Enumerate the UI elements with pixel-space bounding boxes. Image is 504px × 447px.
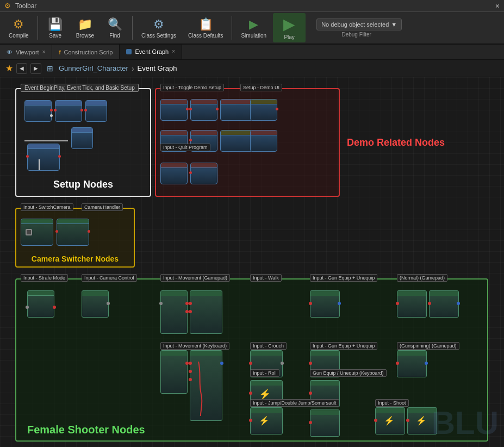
- setup-tag: Event BeginPlay, Event Tick, and Basic S…: [21, 84, 139, 92]
- mini-node-3: [85, 100, 107, 122]
- mini-node-4: [71, 127, 93, 149]
- browse-label: Browse: [76, 33, 94, 39]
- shooter-nodes-group: Input - Strafe Mode Input - Camera Contr…: [15, 278, 488, 442]
- toolbar: Compile Save Browse Find Class Settings …: [0, 12, 504, 45]
- debug-dropdown[interactable]: No debug object selected ▼: [316, 18, 402, 30]
- class-settings-button[interactable]: Class Settings: [136, 13, 182, 42]
- viewport-tab-icon: 👁: [7, 49, 13, 55]
- toolbar-sep-3: [232, 16, 232, 40]
- find-label: Find: [109, 33, 120, 39]
- demo-quit-tag: Input - Quit Program: [160, 144, 210, 151]
- tab-viewport[interactable]: 👁 Viewport ×: [0, 45, 52, 59]
- demo-mini-1: [160, 99, 188, 121]
- demo-nodes-label: Demo Related Nodes: [347, 137, 445, 148]
- demo-mini-8: [250, 130, 277, 152]
- construction-tab-icon: f: [59, 49, 60, 55]
- strafe-tag: Input - Strafe Mode: [21, 274, 68, 282]
- demo-tag-2: Setup - Demo UI: [240, 84, 282, 91]
- cam-mini-2: [57, 219, 89, 246]
- toolbar-icon: ⚙: [4, 2, 11, 10]
- find-icon: [108, 17, 122, 32]
- breadcrumb: ★ ◀ ▶ ⊞ GunnerGirl_Character › Event Gra…: [0, 60, 504, 77]
- breadcrumb-back-button[interactable]: ◀: [16, 63, 27, 74]
- gun-equip-tag2: Input - Gun Equip + Unequip: [310, 342, 377, 350]
- breadcrumb-current-page: Event Graph: [138, 64, 177, 72]
- toolbar-sep-2: [132, 16, 133, 40]
- class-defaults-label: Class Defaults: [188, 33, 223, 39]
- setup-nodes-group: Event BeginPlay, Event Tick, and Basic S…: [15, 88, 151, 197]
- debug-section: No debug object selected ▼ Debug Filter: [311, 18, 402, 38]
- play-label: Play: [284, 34, 294, 40]
- browse-icon: [78, 17, 92, 32]
- camera-tag-2: Camera Handler: [82, 203, 123, 211]
- canvas-area[interactable]: Event BeginPlay, Event Tick, and Basic S…: [0, 77, 504, 447]
- breadcrumb-forward-button[interactable]: ▶: [30, 63, 41, 74]
- jump-tag: Input - Jump/Double Jump/Somersault: [250, 399, 339, 407]
- class-settings-icon: [153, 17, 164, 32]
- play-icon: [283, 15, 295, 33]
- setup-nodes-label: Setup Nodes: [53, 179, 113, 190]
- compile-icon: [13, 17, 24, 32]
- compile-label: Compile: [9, 33, 29, 39]
- debug-filter-label: Debug Filter: [341, 32, 371, 38]
- class-defaults-icon: [198, 17, 213, 32]
- demo-mini-7: [220, 130, 253, 152]
- movement-gamepad-tag: Input - Movement (Gamepad): [160, 274, 230, 282]
- class-defaults-button[interactable]: Class Defaults: [183, 13, 228, 42]
- save-label: Save: [49, 33, 61, 39]
- event-graph-tab-label: Event Graph: [135, 48, 169, 55]
- camera-tag-1: Input - SwitchCamera: [21, 203, 73, 211]
- camera-nodes-label: Camera Switcher Nodes: [32, 254, 119, 263]
- normal-gamepad-tag: (Normal) (Gamepad): [397, 274, 447, 282]
- movement-keyboard-tag: Input - Movement (Keyboard): [160, 342, 229, 350]
- demo-mini-10: [190, 163, 217, 184]
- demo-mini-2: [190, 99, 217, 121]
- tab-construction[interactable]: f Construction Scrip: [52, 45, 120, 59]
- cam-ctrl-tag: Input - Camera Control: [82, 274, 137, 282]
- breadcrumb-grid-icon: ⊞: [47, 64, 53, 73]
- viewport-tab-label: Viewport: [16, 49, 39, 55]
- mini-node-5: [27, 144, 60, 171]
- title-bar-text: Toolbar: [15, 2, 36, 10]
- simulation-button[interactable]: Simulation: [235, 13, 272, 42]
- compile-button[interactable]: Compile: [3, 13, 34, 42]
- title-bar: ⚙ Toolbar ×: [0, 0, 504, 12]
- simulation-label: Simulation: [241, 33, 266, 39]
- tab-event-graph[interactable]: Event Graph ×: [120, 45, 182, 59]
- demo-mini-4: [250, 99, 277, 121]
- shooter-nodes-label: Female Shooter Nodes: [27, 424, 145, 436]
- roll-tag: Input - Roll: [250, 369, 279, 377]
- event-graph-tab-icon: [126, 49, 132, 54]
- class-settings-label: Class Settings: [141, 33, 176, 39]
- debug-dropdown-text: No debug object selected: [321, 21, 389, 28]
- mini-node-2: [55, 100, 82, 122]
- crouch-tag: Input - Crouch: [250, 342, 287, 350]
- tab-bar: 👁 Viewport × f Construction Scrip Event …: [0, 45, 504, 60]
- demo-mini-9: [160, 163, 188, 184]
- gunspinning-gamepad-tag: (Gunspinning) (Gamepad): [397, 342, 459, 350]
- walk-tag: Input - Walk: [250, 274, 282, 282]
- find-button[interactable]: Find: [101, 13, 129, 42]
- browse-button[interactable]: Browse: [71, 13, 99, 42]
- shoot-tag: Input - Shoot: [375, 399, 409, 407]
- breadcrumb-class-name[interactable]: GunnerGirl_Character: [59, 64, 128, 72]
- save-button[interactable]: Save: [41, 13, 70, 42]
- save-icon: [48, 17, 63, 32]
- play-button[interactable]: Play: [273, 13, 306, 42]
- simulation-icon: [249, 17, 258, 32]
- construction-tab-label: Construction Scrip: [64, 49, 113, 55]
- cam-mini-1: [21, 219, 53, 246]
- mini-node-1: [24, 100, 52, 122]
- viewport-tab-close[interactable]: ×: [42, 49, 46, 55]
- camera-nodes-group: Input - SwitchCamera Camera Handler Came…: [15, 208, 135, 268]
- event-graph-tab-close[interactable]: ×: [172, 48, 175, 54]
- title-bar-close-button[interactable]: ×: [495, 2, 500, 10]
- demo-nodes-group: Input - Toggle Demo Setup Setup - Demo U…: [155, 88, 340, 197]
- demo-mini-3: [220, 99, 253, 121]
- demo-tag-1: Input - Toggle Demo Setup: [160, 84, 224, 91]
- toolbar-sep-1: [38, 16, 38, 40]
- gun-keyboard-tag: Gun Equip / Unequip (Keyboard): [310, 369, 387, 377]
- breadcrumb-separator: ›: [132, 64, 134, 73]
- favorite-star-icon[interactable]: ★: [5, 63, 13, 73]
- gun-equip-tag: Input - Gun Equip + Unequip: [310, 274, 377, 282]
